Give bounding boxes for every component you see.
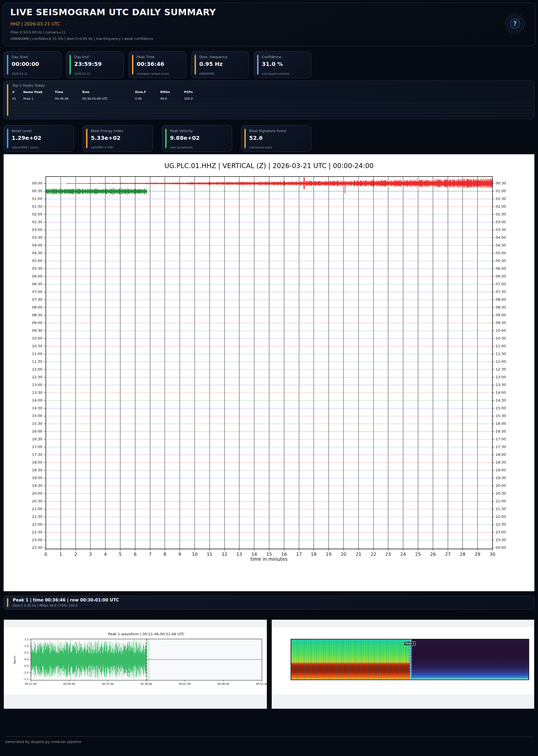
stat-label: Noise Level — [12, 129, 31, 133]
stat-accent-bar — [7, 129, 8, 148]
table-cell: 49.9 — [160, 97, 184, 100]
stat-accent-bar — [132, 55, 134, 75]
column-header: RMSn — [160, 90, 184, 94]
peak-banner-title: Peak 1 | time 00:36:46 | row 00:30-01:00… — [13, 598, 119, 603]
stat-value: 00:00:00 — [12, 61, 39, 67]
column-header: Dom.F — [135, 90, 160, 94]
dayplot-figure: UG.PLC.01.HHZ | VERTICAL (Z) | 2026-03-2… — [4, 154, 534, 591]
stat-value: 0.95 Hz — [199, 61, 223, 67]
stat-card-peak-velocity: Peak Velocity9.88e+02max |amplitude| — [162, 125, 232, 152]
stat-note: 2026-03-21 — [12, 72, 28, 75]
spectrogram-event-region — [291, 639, 410, 679]
stat-card-noise-level: Noise Level1.29e+02robust RMS / sigma — [4, 125, 74, 152]
stat-label: Dom. Frequency — [199, 55, 228, 59]
help-icon[interactable]: ? — [505, 13, 525, 34]
stat-card-day-start: Day Start00:00:002026-03-21 — [4, 51, 61, 78]
stat-label: Confidence — [262, 55, 281, 59]
table-row-divider — [12, 106, 530, 107]
stat-label: Day Start — [12, 55, 28, 59]
stat-accent-bar — [7, 55, 8, 75]
table-cell: 00:30-01:00 UTC — [82, 97, 135, 100]
table-cell: 100.0 — [184, 97, 529, 100]
stat-note: 2026-03-21 — [74, 72, 90, 75]
status-info: UNKNOWN | confidence 31.0% | dom.f≈0.95 … — [10, 36, 153, 41]
table-cell: Peak 1 — [23, 97, 55, 100]
table-row-divider — [12, 116, 530, 116]
stat-value: 1.29e+02 — [12, 135, 41, 141]
stat-note: sqrt(RMS × P2P) — [91, 146, 114, 149]
stat-accent-bar — [70, 55, 71, 75]
waveform-panel: Peak 1 waveform | 00:21:46-00:51:46 UTC — [4, 619, 267, 709]
table-row[interactable]: 01Peak 100:36:4600:30-01:00 UTC0.9549.91… — [12, 97, 529, 100]
stat-note: strongest ranked event — [137, 72, 169, 75]
stat-note: UNKNOWN — [199, 72, 214, 75]
spectrogram-panel: Peak 1 — [272, 619, 534, 709]
stat-label: Peak Velocity — [170, 129, 193, 133]
column-header: P2Pn — [184, 90, 529, 94]
dayplot-xlabel: time in minutes — [4, 556, 534, 562]
table-cell: 00:36:46 — [55, 97, 82, 100]
stat-accent-bar — [244, 129, 246, 148]
table-row-divider — [12, 110, 530, 110]
stat-note: rule-based estimate — [262, 72, 290, 75]
table-cell: 01 — [12, 97, 23, 100]
stat-card-blast-energy-index: Blast Energy Index5.33e+02sqrt(RMS × P2P… — [83, 125, 153, 152]
dayplot-title: UG.PLC.01.HHZ | VERTICAL (Z) | 2026-03-2… — [4, 162, 534, 170]
stat-accent-bar — [165, 129, 167, 148]
column-header: Row — [82, 90, 135, 94]
spectrogram-quiet-region — [410, 639, 529, 679]
waveform-title: Peak 1 waveform | 00:21:46-00:51:46 UTC — [31, 632, 262, 636]
stat-label: Blast Energy Index — [91, 129, 123, 133]
peaks-table-card: Top 5 Peaks Today #Name PeakTimeRowDom.F… — [4, 81, 534, 119]
question-mark-icon: ? — [510, 18, 520, 29]
stat-value: 00:36:46 — [137, 61, 164, 67]
spectrogram-image: Peak 1 — [291, 639, 529, 680]
stat-accent-bar — [257, 55, 258, 75]
stat-value: 5.33e+02 — [91, 135, 121, 141]
stat-card-dom-frequency: Dom. Frequency0.95 HzUNKNOWN — [191, 51, 249, 78]
stat-value: 9.88e+02 — [170, 135, 200, 141]
dayplot-canvas — [4, 154, 534, 591]
column-header: Time — [55, 90, 82, 94]
stat-card-day-end: Day End23:59:592026-03-21 — [66, 51, 124, 78]
column-header: Name Peak — [23, 90, 55, 94]
stat-note: max |amplitude| — [170, 146, 192, 149]
stat-card-blast-signature-score: Blast Signature Score52.6rule-based scor… — [241, 125, 311, 152]
table-row-divider — [12, 119, 530, 119]
stat-value: 31.0 % — [262, 61, 283, 67]
column-header: # — [12, 90, 23, 94]
peak-banner: Peak 1 | time 00:36:46 | row 00:30-01:00… — [4, 596, 534, 610]
table-row-divider — [12, 113, 530, 113]
peak-banner-subtitle: Dom.F 0.95 Hz | RMSn 49.9 | P2Pn 100.0 — [13, 604, 78, 608]
footer-text: Generated by dayplot.py modular pipeline — [5, 740, 81, 744]
peaks-table-header: #Name PeakTimeRowDom.FRMSnP2Pn — [12, 90, 529, 94]
stat-card-peak-time: Peak Time00:36:46strongest ranked event — [129, 51, 186, 78]
stat-label: Day End — [74, 55, 88, 59]
stat-accent-bar — [86, 129, 87, 148]
peak-marker-label: Peak 1 — [404, 641, 416, 646]
table-row-divider — [12, 103, 530, 103]
footer-divider — [5, 736, 533, 737]
banner-accent-bar — [7, 598, 8, 607]
stat-accent-bar — [194, 55, 196, 75]
stat-label: Blast Signature Score — [249, 129, 286, 133]
stat-note: robust RMS / sigma — [12, 146, 38, 149]
filter-info: Filter 0.50-5.00 Hz | corners=11 — [10, 30, 66, 34]
stat-label: Peak Time — [137, 55, 154, 59]
stat-note: rule-based score — [249, 146, 272, 149]
table-accent-bar — [7, 84, 8, 116]
page-title: LIVE SEISMOGRAM UTC DAILY SUMMARY — [10, 7, 216, 18]
table-cell: 0.95 — [135, 97, 160, 100]
stat-value: 52.6 — [249, 135, 263, 141]
stat-card-confidence: Confidence31.0 %rule-based estimate — [254, 51, 311, 78]
page-subtitle: HHZ | 2026-03-21 UTC — [10, 21, 60, 27]
header-card: LIVE SEISMOGRAM UTC DAILY SUMMARY HHZ | … — [3, 3, 535, 46]
stat-value: 23:59:59 — [74, 61, 102, 67]
peaks-table-title: Top 5 Peaks Today — [12, 83, 45, 87]
